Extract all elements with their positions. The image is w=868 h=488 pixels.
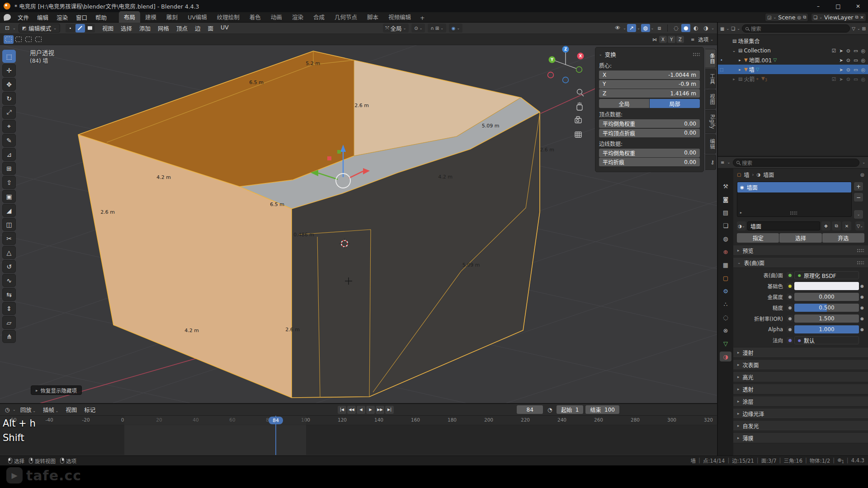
loop-cut-tool[interactable]: ◫	[2, 218, 16, 231]
proportional-edit-icon[interactable]: ◉	[452, 26, 456, 31]
sidebar-tab-编辑[interactable]: 编辑	[705, 134, 716, 154]
viewport-menu-边[interactable]: 边	[191, 23, 204, 33]
sidebar-tab-工具[interactable]: 工具	[705, 69, 716, 89]
timeline-menu-回放[interactable]: 回放 ⌄	[17, 404, 39, 415]
property-field-糙度[interactable]: 0.500	[794, 304, 859, 312]
workspace-tab-雕刻[interactable]: 雕刻	[161, 11, 183, 23]
shading-wireframe-icon[interactable]: ◌	[671, 24, 680, 32]
check-toggle-icon[interactable]: ☑	[832, 48, 836, 53]
gizmo-toggle-icon[interactable]: ↗	[627, 24, 636, 32]
view-layer-selector[interactable]: ❏ ⌄ ViewLayer ⧉ ✕	[811, 13, 866, 22]
surface-panel-header[interactable]: ⌄ 表(曲)面	[733, 257, 868, 268]
remove-slot-button[interactable]: −	[854, 192, 863, 202]
edge-select-button[interactable]	[75, 24, 85, 33]
end-frame-field[interactable]: 结束 100	[585, 405, 619, 414]
properties-tab-object[interactable]: ▢	[720, 273, 731, 283]
xray-toggle-icon[interactable]: ⧈	[655, 24, 664, 32]
next-keyframe-button[interactable]: ▶▶	[376, 406, 384, 414]
workspace-tab-渲染[interactable]: 渲染	[287, 11, 308, 23]
menu-渲染[interactable]: 渲染	[52, 12, 72, 23]
current-frame-field[interactable]: 84	[517, 405, 543, 414]
expand-icon[interactable]: ▸	[737, 58, 743, 62]
select-box-tool[interactable]: ⬚	[2, 50, 16, 63]
panel-边缘光泽[interactable]: ▸边缘光泽	[733, 408, 868, 419]
menu-帮助[interactable]: 帮助	[91, 12, 111, 23]
select-new-icon[interactable]	[4, 35, 14, 44]
new-collection-icon[interactable]: ⊞	[862, 26, 866, 31]
workspace-tab-视频编辑[interactable]: 视频编辑	[383, 11, 416, 23]
material-slot-active[interactable]: ◉ 墙面	[737, 182, 851, 192]
socket-icon[interactable]	[787, 294, 793, 300]
data-field[interactable]: 平均倒角权重0.00	[599, 119, 700, 128]
editor-type-icon[interactable]: ⊡	[3, 24, 12, 32]
eye-toggle-icon[interactable]: ⊙	[846, 76, 850, 82]
prev-keyframe-button[interactable]: ◀◀	[347, 406, 356, 414]
properties-search-input[interactable]: 搜索	[733, 159, 859, 167]
transform-tool[interactable]: ⌖	[2, 120, 16, 133]
poly-build-tool[interactable]: △	[2, 246, 16, 259]
action-指定[interactable]: 指定	[737, 233, 779, 243]
expand-icon[interactable]: ⌄	[731, 48, 737, 53]
properties-tab-scene[interactable]: ◍	[720, 234, 731, 244]
expand-icon[interactable]: ▸	[731, 77, 737, 81]
bevel-tool[interactable]: ◢	[2, 204, 16, 217]
shading-material-icon[interactable]: ◐	[691, 24, 700, 32]
visibility-dropdown-icon[interactable]: 👁︎	[613, 24, 622, 32]
workspace-tab-布局[interactable]: 布局	[119, 11, 140, 23]
measure-tool[interactable]: ⊿	[2, 148, 16, 161]
properties-tab-constraints[interactable]: ⊗	[720, 325, 731, 335]
panel-高光[interactable]: ▸高光	[733, 371, 868, 382]
mode-dropdown[interactable]: ◩ 编辑模式 ⌄	[19, 23, 60, 33]
copy-icon[interactable]: ⧉	[803, 14, 806, 20]
data-field[interactable]: 平均折痕0.00	[599, 158, 700, 166]
close-button[interactable]: ✕	[848, 0, 868, 12]
tool-options-label[interactable]: 选项	[698, 36, 708, 43]
screen-toggle-icon[interactable]: ▭	[854, 76, 858, 82]
rip-region-tool[interactable]: ⋔	[2, 330, 16, 343]
keyframe-dot-icon[interactable]: ●	[859, 284, 865, 288]
timeline-editor[interactable]: ◷ ⌄ 回放 ⌄插帧 ⌄视图标记 |◀◀◀◀▶▶▶▶| 84 ◔ 起始 1 结束…	[0, 403, 717, 455]
blender-menu-icon[interactable]	[3, 14, 11, 21]
extrude-region-tool[interactable]: ⇧	[2, 176, 16, 189]
properties-tab-material[interactable]: ◑	[720, 352, 731, 361]
viewport-menu-顶点[interactable]: 顶点	[173, 23, 191, 33]
select-toggle-icon[interactable]: ➤	[839, 57, 843, 63]
panel-涂层[interactable]: ▸涂层	[733, 396, 868, 407]
select-extend-icon[interactable]	[14, 35, 24, 44]
camera-toggle-icon[interactable]: ◎	[861, 48, 865, 53]
jump-start-button[interactable]: |◀	[338, 406, 346, 414]
mirror-z-button[interactable]: Z	[676, 36, 684, 43]
outliner-row-地面.001[interactable]: •▸▼地面.001▽➤⊙▭◎	[718, 55, 868, 65]
keyframe-dot-icon[interactable]: ●	[859, 295, 865, 299]
timeline-menu-标记[interactable]: 标记	[80, 404, 99, 415]
properties-tab-view-layer[interactable]: ❏	[720, 221, 731, 230]
select-toggle-icon[interactable]: ➤	[839, 67, 843, 72]
properties-tab-tool[interactable]: ⚒	[720, 181, 731, 191]
editor-type-icon[interactable]: ◷	[3, 406, 12, 414]
drag-handle-icon[interactable]	[693, 52, 700, 56]
breadcrumb-material[interactable]: 墙面	[763, 171, 774, 178]
vertex-select-button[interactable]	[66, 24, 75, 33]
workspace-tab-合成[interactable]: 合成	[308, 11, 330, 23]
screen-toggle-icon[interactable]: ▭	[854, 48, 858, 53]
keyframe-dot-icon[interactable]: ●	[859, 316, 865, 321]
mirror-y-button[interactable]: Y	[668, 36, 675, 43]
face-select-button[interactable]	[85, 24, 95, 33]
panel-漫射[interactable]: ▸漫射	[733, 347, 868, 358]
local-button[interactable]: 局部	[650, 99, 700, 108]
sidebar-tab-⚷[interactable]: ⚷	[705, 155, 716, 170]
shading-solid-icon[interactable]: ●	[681, 24, 690, 32]
cursor-tool[interactable]: ✛	[2, 64, 16, 77]
magnet-icon[interactable]: ∩	[430, 26, 434, 31]
mirror-x-button[interactable]: X	[659, 36, 667, 43]
properties-tab-collection[interactable]: ▦	[720, 260, 731, 270]
breadcrumb-object[interactable]: 墙	[744, 171, 749, 178]
screen-toggle-icon[interactable]: ▭	[854, 67, 858, 72]
viewport-menu-选择[interactable]: 选择	[117, 23, 136, 33]
camera-toggle-icon[interactable]: ◎	[861, 76, 865, 82]
camera-toggle-icon[interactable]: ◎	[861, 57, 865, 63]
overlays-toggle-icon[interactable]: ◍	[641, 24, 650, 32]
workspace-tab-建模[interactable]: 建模	[140, 11, 161, 23]
timeline-ruler[interactable]: -60-40-200204060801001201401601802002202…	[0, 416, 717, 425]
timeline-menu-视图[interactable]: 视图	[62, 404, 80, 415]
